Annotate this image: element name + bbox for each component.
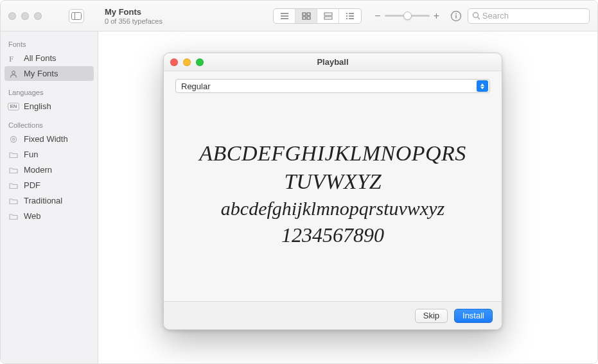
zoom-out-button[interactable]: − (374, 10, 380, 22)
skip-button[interactable]: Skip (415, 309, 448, 323)
close-window-button[interactable] (8, 12, 16, 20)
zoom-window-button[interactable] (34, 12, 42, 20)
dropdown-stepper-icon (477, 80, 488, 92)
svg-point-23 (12, 71, 15, 74)
sidebar-item-my-fonts[interactable]: My Fonts (4, 66, 94, 81)
view-list-button[interactable] (339, 9, 361, 23)
preview-line-lowercase: abcdefghijklmnopqrstuvwxyz (221, 198, 444, 220)
svg-rect-9 (324, 13, 332, 15)
view-mode-segment (273, 8, 362, 24)
rows-icon (324, 12, 333, 20)
sidebar-item-label: Fun (24, 150, 38, 159)
lang-badge-icon: EN (8, 103, 19, 110)
dialog-titlebar: Playball (164, 53, 502, 71)
sidebar-item-web[interactable]: Web (1, 209, 98, 223)
sidebar-item-fun[interactable]: Fun (1, 147, 98, 162)
dialog-minimize-button[interactable] (183, 58, 191, 66)
view-grid-button[interactable] (295, 9, 317, 23)
sidebar-item-label: Fixed Width (24, 134, 68, 144)
sidebar-item-pdf[interactable]: PDF (1, 178, 98, 193)
svg-rect-5 (303, 13, 306, 15)
folder-icon (8, 182, 19, 189)
sidebar: Fonts F All Fonts My Fonts Languages EN … (1, 31, 98, 363)
dialog-footer: Skip Install (164, 301, 502, 329)
sidebar-icon (71, 12, 82, 20)
sidebar-item-label: English (24, 101, 51, 111)
sidebar-section-header: Collections (1, 119, 98, 131)
sidebar-item-label: Web (24, 211, 41, 221)
search-field[interactable] (468, 8, 590, 24)
zoom-slider[interactable] (385, 15, 430, 17)
sidebar-item-fixed-width[interactable]: Fixed Width (1, 132, 98, 146)
svg-point-24 (11, 136, 17, 142)
preview-line-digits: 1234567890 (281, 223, 384, 247)
font-preview: ABCDEFGHIJKLMNOPQRS TUVWXYZ abcdefghijkl… (175, 93, 490, 301)
dialog-body: Regular ABCDEFGHIJKLMNOPQRS TUVWXYZ abcd… (164, 71, 502, 301)
font-style-value: Regular (181, 82, 211, 91)
dialog-title: Playball (164, 57, 502, 67)
window-title-block: My Fonts 0 of 356 typefaces (105, 7, 163, 25)
zoom-slider-thumb[interactable] (403, 12, 412, 20)
sidebar-section-header: Languages (1, 86, 98, 98)
svg-rect-0 (72, 12, 82, 19)
svg-rect-8 (307, 17, 310, 19)
sidebar-item-traditional[interactable]: Traditional (1, 193, 98, 208)
window-subtitle: 0 of 356 typefaces (105, 17, 163, 25)
sidebar-item-english[interactable]: EN English (1, 99, 98, 114)
grid-icon (302, 12, 311, 20)
svg-text:F: F (9, 54, 13, 63)
font-style-select[interactable]: Regular (175, 79, 490, 93)
lines-icon (280, 12, 289, 20)
preview-line-uppercase-2: TUVWXYZ (284, 169, 381, 194)
font-icon: F (8, 54, 19, 63)
view-repertoire-button[interactable] (317, 9, 339, 23)
svg-point-25 (13, 138, 15, 140)
user-icon (8, 69, 19, 78)
window-title: My Fonts (105, 7, 163, 17)
svg-rect-7 (303, 17, 306, 19)
folder-icon (8, 197, 19, 205)
svg-point-13 (346, 18, 347, 19)
svg-rect-19 (455, 15, 457, 18)
sidebar-item-label: Traditional (24, 196, 62, 205)
sidebar-item-modern[interactable]: Modern (1, 162, 98, 177)
svg-point-12 (346, 15, 347, 17)
install-button[interactable]: Install (454, 309, 493, 323)
folder-icon (8, 166, 19, 174)
zoom-control: − + (374, 10, 439, 22)
info-button[interactable] (448, 9, 464, 23)
titlebar: My Fonts 0 of 356 typefaces − (1, 1, 597, 31)
dialog-close-button[interactable] (170, 58, 178, 66)
info-icon (450, 10, 462, 22)
zoom-in-button[interactable]: + (434, 10, 439, 22)
font-install-dialog: Playball Regular ABCDEFGHIJKLMNOPQRS TUV… (163, 53, 502, 330)
search-input[interactable] (482, 11, 585, 21)
gear-icon (8, 135, 19, 144)
svg-rect-10 (324, 17, 332, 19)
svg-rect-6 (307, 13, 310, 15)
font-book-window: My Fonts 0 of 356 typefaces − (0, 0, 598, 364)
sidebar-item-label: My Fonts (24, 69, 58, 78)
sidebar-item-label: PDF (24, 180, 40, 190)
view-sample-button[interactable] (274, 9, 295, 23)
toggle-sidebar-button[interactable] (69, 9, 84, 23)
search-icon (472, 12, 480, 20)
dialog-window-controls (170, 58, 204, 66)
folder-icon (8, 151, 19, 159)
sidebar-section-header: Fonts (1, 38, 98, 50)
toolbar: − + (273, 8, 590, 24)
svg-point-18 (455, 13, 457, 14)
sidebar-item-all-fonts[interactable]: F All Fonts (1, 51, 98, 65)
preview-line-uppercase-1: ABCDEFGHIJKLMNOPQRS (199, 141, 466, 166)
svg-line-21 (478, 17, 480, 20)
sidebar-item-label: All Fonts (24, 53, 57, 63)
window-controls (8, 9, 87, 23)
folder-icon (8, 212, 19, 220)
dialog-zoom-button[interactable] (196, 58, 204, 66)
svg-point-11 (346, 13, 347, 14)
svg-point-20 (473, 13, 479, 18)
sidebar-item-label: Modern (24, 165, 52, 175)
minimize-window-button[interactable] (21, 12, 29, 20)
list-icon (346, 12, 355, 20)
